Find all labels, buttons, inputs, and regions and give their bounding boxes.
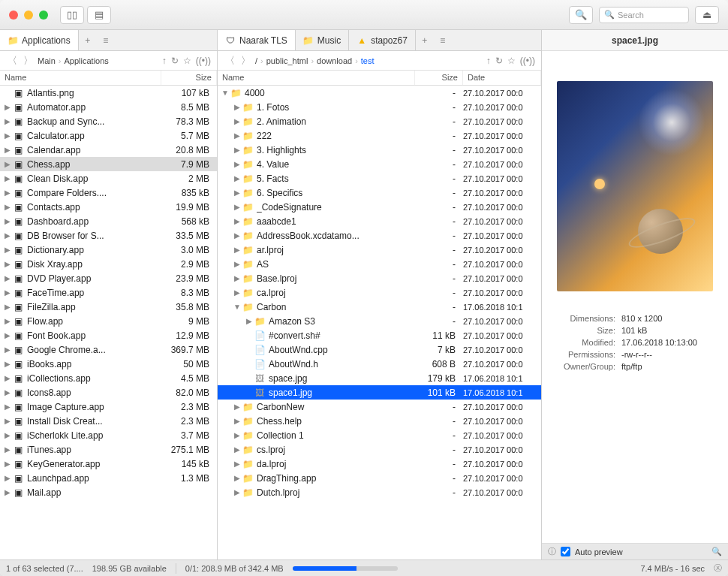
disclosure-icon[interactable]: ▶	[3, 403, 12, 411]
disclosure-icon[interactable]: ▶	[3, 260, 12, 268]
tab-music[interactable]: 📁Music	[296, 30, 349, 50]
disclosure-icon[interactable]: ▶	[233, 231, 242, 240]
list-item[interactable]: ▶▣DB Browser for S...33.5 MB	[0, 228, 217, 243]
list-item[interactable]: ▶📁2. Animation-27.10.2017 00:0	[218, 114, 541, 128]
star-icon[interactable]: ☆	[183, 56, 191, 66]
list-item[interactable]: ▶▣iCollections.app4.5 MB	[0, 371, 217, 385]
zoom-icon[interactable]	[39, 11, 48, 20]
list-item[interactable]: ▶▣Backup and Sync...78.3 MB	[0, 114, 217, 128]
tab-stapoz[interactable]: ▲stapoz67	[349, 30, 416, 50]
list-item[interactable]: ▶▣Calendar.app20.8 MB	[0, 143, 217, 157]
disclosure-icon[interactable]: ▼	[233, 303, 242, 311]
list-item[interactable]: ▶▣Calculator.app5.7 MB	[0, 128, 217, 143]
disclosure-icon[interactable]: ▶	[3, 360, 12, 368]
list-item[interactable]: 📄AboutWnd.h608 B27.10.2017 00:0	[218, 357, 541, 371]
disclosure-icon[interactable]: ▶	[233, 160, 242, 168]
disclosure-icon[interactable]: ▶	[3, 160, 12, 168]
search-icon[interactable]: 🔍	[711, 547, 722, 556]
disclosure-icon[interactable]: ▶	[3, 174, 12, 182]
list-item[interactable]: ▶📁1. Fotos-27.10.2017 00:0	[218, 100, 541, 114]
list-item[interactable]: ▶▣Dashboard.app568 kB	[0, 214, 217, 228]
list-item[interactable]: ▶▣Flow.app9 MB	[0, 314, 217, 328]
disclosure-icon[interactable]: ▶	[3, 445, 12, 454]
disclosure-icon[interactable]: ▶	[233, 274, 242, 282]
list-item[interactable]: ▶📁5. Facts-27.10.2017 00:0	[218, 171, 541, 185]
disclosure-icon[interactable]: ▶	[3, 146, 12, 154]
list-item[interactable]: ▶▣Chess.app7.9 MB	[0, 157, 217, 171]
list-item[interactable]: ▶📁aaabcde1-27.10.2017 00:0	[218, 214, 541, 228]
header-date[interactable]: Date	[463, 71, 541, 85]
airdrop-icon[interactable]: ((•))	[520, 56, 535, 66]
crumb[interactable]: Main	[38, 56, 56, 65]
disclosure-icon[interactable]: ▶	[3, 388, 12, 397]
disclosure-icon[interactable]: ▶	[233, 217, 242, 225]
list-item[interactable]: ▶📁Dutch.lproj-27.10.2017 00:0	[218, 485, 541, 499]
eject-icon[interactable]: ⏏	[695, 6, 719, 24]
disclosure-icon[interactable]: ▶	[233, 246, 242, 254]
disclosure-icon[interactable]: ▶	[3, 417, 12, 425]
list-item[interactable]: 📄AboutWnd.cpp7 kB27.10.2017 00:0	[218, 342, 541, 357]
back-icon[interactable]: 〈	[224, 54, 236, 68]
tab-add-button[interactable]: +	[79, 30, 97, 50]
reveal-icon[interactable]: 🔍	[569, 6, 593, 24]
list-item[interactable]: ▶▣Image Capture.app2.3 MB	[0, 400, 217, 414]
list-item[interactable]: ▶▣Automator.app8.5 MB	[0, 100, 217, 114]
crumb[interactable]: test	[361, 56, 375, 65]
disclosure-icon[interactable]: ▶	[3, 345, 12, 354]
tab-menu-button[interactable]: ≡	[434, 30, 452, 50]
disclosure-icon[interactable]: ▼	[221, 89, 230, 97]
disclosure-icon[interactable]: ▶	[3, 231, 12, 240]
disclosure-icon[interactable]: ▶	[233, 288, 242, 297]
disclosure-icon[interactable]: ▶	[233, 474, 242, 482]
list-item[interactable]: ▶▣FaceTime.app8.3 MB	[0, 285, 217, 300]
list-item[interactable]: ▶📁Base.lproj-27.10.2017 00:0	[218, 271, 541, 285]
list-item[interactable]: ▶▣Install Disk Creat...2.3 MB	[0, 414, 217, 428]
list-item[interactable]: ▶▣iScherlokk Lite.app3.7 MB	[0, 428, 217, 442]
disclosure-icon[interactable]: ▶	[233, 445, 242, 454]
list-item[interactable]: ▶▣Launchpad.app1.3 MB	[0, 471, 217, 485]
disclosure-icon[interactable]: ▶	[3, 431, 12, 439]
disclosure-icon[interactable]: ▶	[233, 117, 242, 125]
minimize-icon[interactable]	[24, 11, 33, 20]
list-item[interactable]: ▶▣Mail.app	[0, 485, 217, 499]
disclosure-icon[interactable]: ▶	[3, 317, 12, 325]
list-item[interactable]: ▶▣FileZilla.app35.8 MB	[0, 300, 217, 314]
list-item[interactable]: ▶▣Font Book.app12.9 MB	[0, 328, 217, 342]
up-icon[interactable]: ↑	[162, 56, 167, 66]
disclosure-icon[interactable]: ▶	[233, 488, 242, 496]
list-item[interactable]: ▶📁AS-27.10.2017 00:0	[218, 257, 541, 271]
disclosure-icon[interactable]: ▶	[3, 474, 12, 482]
list-item[interactable]: ▶📁4. Value-27.10.2017 00:0	[218, 157, 541, 171]
list-item[interactable]: ▶📁cs.lproj-27.10.2017 00:0	[218, 442, 541, 457]
disclosure-icon[interactable]: ▶	[3, 288, 12, 297]
list-item[interactable]: 🖼space.jpg179 kB17.06.2018 10:1	[218, 371, 541, 385]
disclosure-icon[interactable]: ▶	[233, 131, 242, 140]
list-item[interactable]: ▣Atlantis.png107 kB	[0, 86, 217, 100]
list-item[interactable]: ▼📁4000-27.10.2017 00:0	[218, 86, 541, 100]
crumb[interactable]: Applications	[65, 56, 109, 65]
list-item[interactable]: ▶▣iBooks.app50 MB	[0, 357, 217, 371]
list-item[interactable]: ▶▣Clean Disk.app2 MB	[0, 171, 217, 185]
list-item[interactable]: ▶📁3. Highlights-27.10.2017 00:0	[218, 143, 541, 157]
panels-icon[interactable]: ▯▯	[60, 6, 84, 24]
disclosure-icon[interactable]: ▶	[3, 274, 12, 282]
forward-icon[interactable]: 〉	[239, 54, 252, 68]
up-icon[interactable]: ↑	[486, 56, 491, 66]
auto-preview-checkbox[interactable]	[561, 547, 570, 556]
left-list[interactable]: ▣Atlantis.png107 kB▶▣Automator.app8.5 MB…	[0, 86, 217, 559]
list-item[interactable]: ▶📁CarbonNew-27.10.2017 00:0	[218, 400, 541, 414]
list-item[interactable]: ▶📁DragThing.app-27.10.2017 00:0	[218, 471, 541, 485]
disclosure-icon[interactable]: ▶	[3, 131, 12, 140]
disclosure-icon[interactable]: ▶	[3, 331, 12, 339]
list-item[interactable]: ▶▣iTunes.app275.1 MB	[0, 442, 217, 457]
list-item[interactable]: ▶📁ca.lproj-27.10.2017 00:0	[218, 285, 541, 300]
back-icon[interactable]: 〈	[6, 54, 19, 68]
list-item[interactable]: ▼📁Carbon-17.06.2018 10:1	[218, 300, 541, 314]
header-name[interactable]: Name	[0, 71, 161, 85]
list-item[interactable]: ▶▣Google Chrome.a...369.7 MB	[0, 342, 217, 357]
disclosure-icon[interactable]: ▶	[3, 203, 12, 211]
list-item[interactable]: ▶📁222-27.10.2017 00:0	[218, 128, 541, 143]
list-item[interactable]: ▶▣Contacts.app19.9 MB	[0, 200, 217, 214]
list-item[interactable]: ▶📁_CodeSignature-27.10.2017 00:0	[218, 200, 541, 214]
disclosure-icon[interactable]: ▶	[3, 488, 12, 496]
